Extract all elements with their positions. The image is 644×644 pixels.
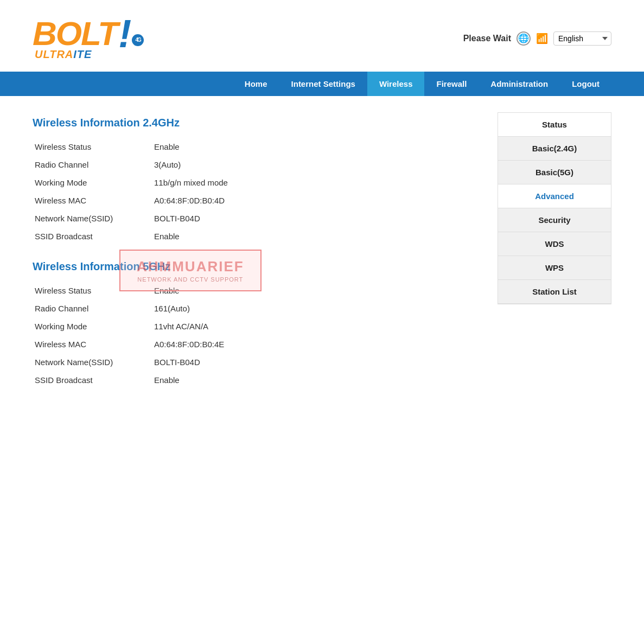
sidebar-item-status[interactable]: Status [498, 113, 611, 137]
table-row: Working Mode11b/g/n mixed mode [33, 174, 487, 192]
row-value: BOLTI-B04D [152, 353, 487, 371]
row-label: Wireless MAC [33, 192, 152, 209]
row-label: Wireless Status [33, 282, 152, 299]
row-label: Wireless MAC [33, 335, 152, 353]
sidebar-item-advanced[interactable]: Advanced [498, 184, 611, 208]
row-label: Network Name(SSID) [33, 209, 152, 227]
row-value: BOLTI-B04D [152, 209, 487, 227]
sidebar-item-wds[interactable]: WDS [498, 232, 611, 256]
globe-icon: 🌐 [517, 31, 531, 46]
table-row: Network Name(SSID)BOLTI-B04D [33, 209, 487, 227]
wireless-5g-table: Wireless StatusEnableRadio Channel161(Au… [33, 282, 487, 389]
section-title-5ghz: Wireless Information 5GHz [33, 260, 487, 273]
row-label: SSID Broadcast [33, 371, 152, 389]
row-label: Network Name(SSID) [33, 353, 152, 371]
language-select[interactable]: English Indonesian [553, 31, 611, 46]
row-label: Wireless Status [33, 138, 152, 156]
table-row: Wireless MACA0:64:8F:0D:B0:4E [33, 335, 487, 353]
row-label: Working Mode [33, 174, 152, 192]
nav-wireless[interactable]: Wireless [367, 72, 425, 96]
section-title-24ghz: Wireless Information 2.4GHz [33, 117, 487, 129]
table-row: Wireless StatusEnable [33, 138, 487, 156]
row-value: 11vht AC/AN/A [152, 317, 487, 335]
sidebar-item-basic5g[interactable]: Basic(5G) [498, 161, 611, 184]
please-wait-label: Please Wait [463, 34, 511, 43]
row-label: Radio Channel [33, 156, 152, 174]
nav-firewall[interactable]: Firewall [424, 72, 479, 96]
wireless-24-table: Wireless StatusEnableRadio Channel3(Auto… [33, 138, 487, 245]
sidebar-item-station-list[interactable]: Station List [498, 280, 611, 304]
row-label: Working Mode [33, 317, 152, 335]
sidebar-item-wps[interactable]: WPS [498, 256, 611, 280]
table-row: Network Name(SSID)BOLTI-B04D [33, 353, 487, 371]
wifi-icon: 📶 [536, 33, 548, 44]
table-row: Wireless StatusEnable [33, 282, 487, 299]
main-layout: Wireless Information 2.4GHz Wireless Sta… [0, 96, 644, 420]
table-row: Working Mode11vht AC/AN/A [33, 317, 487, 335]
row-label: Radio Channel [33, 299, 152, 317]
table-row: Radio Channel161(Auto) [33, 299, 487, 317]
row-value: A0:64:8F:0D:B0:4E [152, 335, 487, 353]
table-row: Radio Channel3(Auto) [33, 156, 487, 174]
nav-internet-settings[interactable]: Internet Settings [279, 72, 367, 96]
logo: BOLT ! 4G ULTRAITE [33, 16, 144, 61]
row-value: Enable [152, 138, 487, 156]
logo-4g-badge: 4G [132, 34, 144, 46]
logo-ultraite: ULTRAITE [33, 48, 92, 61]
row-value: Enable [152, 227, 487, 245]
row-value: A0:64:8F:0D:B0:4D [152, 192, 487, 209]
table-row: SSID BroadcastEnable [33, 227, 487, 245]
sidebar-item-security[interactable]: Security [498, 208, 611, 232]
nav-bar: Home Internet Settings Wireless Firewall… [0, 72, 644, 96]
content-area: Wireless Information 2.4GHz Wireless Sta… [33, 112, 498, 404]
nav-logout[interactable]: Logout [560, 72, 611, 96]
row-value: 11b/g/n mixed mode [152, 174, 487, 192]
row-value: Enable [152, 371, 487, 389]
row-label: SSID Broadcast [33, 227, 152, 245]
header-right: Please Wait 🌐 📶 English Indonesian [463, 31, 611, 46]
row-value: 3(Auto) [152, 156, 487, 174]
table-row: SSID BroadcastEnable [33, 371, 487, 389]
nav-administration[interactable]: Administration [479, 72, 560, 96]
table-row: Wireless MACA0:64:8F:0D:B0:4D [33, 192, 487, 209]
nav-home[interactable]: Home [233, 72, 279, 96]
row-value: 161(Auto) [152, 299, 487, 317]
sidebar-item-basic24g[interactable]: Basic(2.4G) [498, 137, 611, 161]
wireless-5ghz-section: AHMMUARIEF NETWORK AND CCTV SUPPORT Wire… [33, 260, 487, 389]
row-value: Enable [152, 282, 487, 299]
page-header: BOLT ! 4G ULTRAITE Please Wait 🌐 📶 Engli… [0, 0, 644, 72]
logo-slash: ! [118, 16, 130, 52]
logo-bolt-text: BOLT ! 4G [33, 16, 144, 52]
sidebar: Status Basic(2.4G) Basic(5G) Advanced Se… [498, 112, 611, 304]
